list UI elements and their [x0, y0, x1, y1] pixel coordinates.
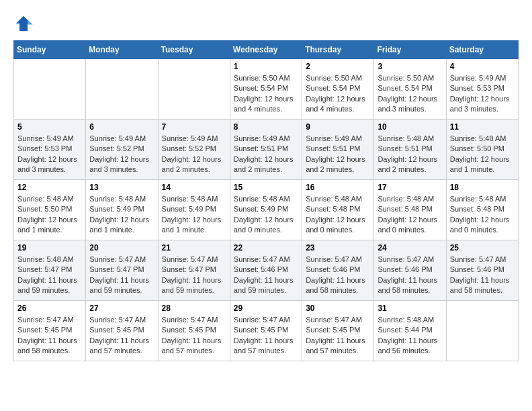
calendar-cell [14, 59, 86, 120]
day-number: 19 [17, 243, 82, 253]
calendar-cell: 16Sunrise: 5:48 AM Sunset: 5:48 PM Dayli… [302, 180, 374, 240]
day-number: 8 [234, 122, 298, 132]
day-info: Sunrise: 5:48 AM Sunset: 5:51 PM Dayligh… [378, 134, 442, 175]
calendar-cell: 1Sunrise: 5:50 AM Sunset: 5:54 PM Daylig… [230, 59, 302, 120]
day-number: 18 [450, 183, 515, 192]
day-info: Sunrise: 5:47 AM Sunset: 5:47 PM Dayligh… [89, 255, 154, 296]
day-info: Sunrise: 5:47 AM Sunset: 5:46 PM Dayligh… [378, 255, 442, 296]
day-info: Sunrise: 5:50 AM Sunset: 5:54 PM Dayligh… [306, 73, 370, 115]
day-number: 22 [234, 243, 298, 253]
day-info: Sunrise: 5:48 AM Sunset: 5:49 PM Dayligh… [89, 194, 154, 236]
calendar-cell: 11Sunrise: 5:48 AM Sunset: 5:50 PM Dayli… [446, 120, 518, 180]
day-number: 23 [306, 243, 370, 253]
day-info: Sunrise: 5:48 AM Sunset: 5:50 PM Dayligh… [450, 134, 515, 175]
day-info: Sunrise: 5:49 AM Sunset: 5:52 PM Dayligh… [89, 134, 154, 175]
day-info: Sunrise: 5:49 AM Sunset: 5:51 PM Dayligh… [306, 134, 370, 175]
header-saturday: Saturday [446, 41, 518, 59]
week-row-1: 1Sunrise: 5:50 AM Sunset: 5:54 PM Daylig… [14, 59, 519, 120]
calendar-cell: 25Sunrise: 5:47 AM Sunset: 5:46 PM Dayli… [446, 240, 518, 301]
day-info: Sunrise: 5:48 AM Sunset: 5:47 PM Dayligh… [17, 255, 82, 296]
day-number: 16 [306, 183, 370, 192]
header-thursday: Thursday [302, 41, 374, 59]
day-info: Sunrise: 5:49 AM Sunset: 5:53 PM Dayligh… [17, 134, 82, 175]
week-row-2: 5Sunrise: 5:49 AM Sunset: 5:53 PM Daylig… [14, 120, 519, 180]
day-number: 21 [162, 243, 226, 253]
day-info: Sunrise: 5:48 AM Sunset: 5:48 PM Dayligh… [378, 194, 442, 236]
day-number: 11 [450, 122, 515, 132]
header-monday: Monday [86, 41, 158, 59]
calendar-cell [446, 301, 518, 361]
day-info: Sunrise: 5:47 AM Sunset: 5:47 PM Dayligh… [162, 255, 226, 296]
page-header [13, 13, 519, 34]
day-info: Sunrise: 5:49 AM Sunset: 5:51 PM Dayligh… [234, 134, 298, 175]
calendar-cell: 3Sunrise: 5:50 AM Sunset: 5:54 PM Daylig… [374, 59, 446, 120]
day-info: Sunrise: 5:47 AM Sunset: 5:45 PM Dayligh… [162, 315, 226, 357]
day-number: 13 [89, 183, 154, 192]
calendar-cell: 4Sunrise: 5:49 AM Sunset: 5:53 PM Daylig… [446, 59, 518, 120]
day-number: 5 [17, 122, 82, 132]
day-info: Sunrise: 5:48 AM Sunset: 5:48 PM Dayligh… [450, 194, 515, 236]
day-number: 10 [378, 122, 442, 132]
calendar-cell: 8Sunrise: 5:49 AM Sunset: 5:51 PM Daylig… [230, 120, 302, 180]
day-number: 3 [378, 62, 442, 71]
calendar-cell: 9Sunrise: 5:49 AM Sunset: 5:51 PM Daylig… [302, 120, 374, 180]
calendar-cell: 20Sunrise: 5:47 AM Sunset: 5:47 PM Dayli… [86, 240, 158, 301]
calendar-cell: 17Sunrise: 5:48 AM Sunset: 5:48 PM Dayli… [374, 180, 446, 240]
day-number: 24 [378, 243, 442, 253]
calendar-cell: 12Sunrise: 5:48 AM Sunset: 5:50 PM Dayli… [14, 180, 86, 240]
calendar-cell: 26Sunrise: 5:47 AM Sunset: 5:45 PM Dayli… [14, 301, 86, 361]
day-info: Sunrise: 5:47 AM Sunset: 5:46 PM Dayligh… [234, 255, 298, 296]
calendar-cell [158, 59, 230, 120]
day-info: Sunrise: 5:47 AM Sunset: 5:45 PM Dayligh… [306, 315, 370, 357]
calendar-cell: 15Sunrise: 5:48 AM Sunset: 5:49 PM Dayli… [230, 180, 302, 240]
calendar-cell: 30Sunrise: 5:47 AM Sunset: 5:45 PM Dayli… [302, 301, 374, 361]
day-number: 20 [89, 243, 154, 253]
day-info: Sunrise: 5:48 AM Sunset: 5:50 PM Dayligh… [17, 194, 82, 236]
day-number: 12 [17, 183, 82, 192]
calendar-cell: 29Sunrise: 5:47 AM Sunset: 5:45 PM Dayli… [230, 301, 302, 361]
day-info: Sunrise: 5:48 AM Sunset: 5:48 PM Dayligh… [306, 194, 370, 236]
header-tuesday: Tuesday [158, 41, 230, 59]
calendar-header: SundayMondayTuesdayWednesdayThursdayFrid… [14, 41, 519, 59]
calendar-cell: 21Sunrise: 5:47 AM Sunset: 5:47 PM Dayli… [158, 240, 230, 301]
day-info: Sunrise: 5:49 AM Sunset: 5:52 PM Dayligh… [162, 134, 226, 175]
day-number: 6 [89, 122, 154, 132]
day-info: Sunrise: 5:50 AM Sunset: 5:54 PM Dayligh… [378, 73, 442, 115]
calendar-body: 1Sunrise: 5:50 AM Sunset: 5:54 PM Daylig… [14, 59, 519, 361]
day-info: Sunrise: 5:48 AM Sunset: 5:49 PM Dayligh… [234, 194, 298, 236]
svg-marker-2 [28, 19, 33, 25]
calendar-cell: 6Sunrise: 5:49 AM Sunset: 5:52 PM Daylig… [86, 120, 158, 180]
calendar-cell: 18Sunrise: 5:48 AM Sunset: 5:48 PM Dayli… [446, 180, 518, 240]
week-row-5: 26Sunrise: 5:47 AM Sunset: 5:45 PM Dayli… [14, 301, 519, 361]
day-number: 30 [306, 304, 370, 313]
calendar-cell: 31Sunrise: 5:48 AM Sunset: 5:44 PM Dayli… [374, 301, 446, 361]
calendar-cell [86, 59, 158, 120]
day-info: Sunrise: 5:47 AM Sunset: 5:45 PM Dayligh… [234, 315, 298, 357]
calendar-cell: 19Sunrise: 5:48 AM Sunset: 5:47 PM Dayli… [14, 240, 86, 301]
day-number: 29 [234, 304, 298, 313]
day-number: 14 [162, 183, 226, 192]
day-number: 4 [450, 62, 515, 71]
day-info: Sunrise: 5:48 AM Sunset: 5:44 PM Dayligh… [378, 315, 442, 357]
header-wednesday: Wednesday [230, 41, 302, 59]
calendar-cell: 24Sunrise: 5:47 AM Sunset: 5:46 PM Dayli… [374, 240, 446, 301]
calendar-cell: 2Sunrise: 5:50 AM Sunset: 5:54 PM Daylig… [302, 59, 374, 120]
week-row-4: 19Sunrise: 5:48 AM Sunset: 5:47 PM Dayli… [14, 240, 519, 301]
calendar-cell: 7Sunrise: 5:49 AM Sunset: 5:52 PM Daylig… [158, 120, 230, 180]
day-info: Sunrise: 5:47 AM Sunset: 5:46 PM Dayligh… [450, 255, 515, 296]
calendar-cell: 27Sunrise: 5:47 AM Sunset: 5:45 PM Dayli… [86, 301, 158, 361]
day-info: Sunrise: 5:47 AM Sunset: 5:45 PM Dayligh… [89, 315, 154, 357]
day-number: 27 [89, 304, 154, 313]
day-number: 26 [17, 304, 82, 313]
day-info: Sunrise: 5:48 AM Sunset: 5:49 PM Dayligh… [162, 194, 226, 236]
day-number: 15 [234, 183, 298, 192]
day-number: 1 [234, 62, 298, 71]
day-number: 17 [378, 183, 442, 192]
week-row-3: 12Sunrise: 5:48 AM Sunset: 5:50 PM Dayli… [14, 180, 519, 240]
day-number: 2 [306, 62, 370, 71]
calendar-cell: 22Sunrise: 5:47 AM Sunset: 5:46 PM Dayli… [230, 240, 302, 301]
header-row: SundayMondayTuesdayWednesdayThursdayFrid… [14, 41, 519, 59]
day-info: Sunrise: 5:49 AM Sunset: 5:53 PM Dayligh… [450, 73, 515, 115]
calendar-cell: 5Sunrise: 5:49 AM Sunset: 5:53 PM Daylig… [14, 120, 86, 180]
logo-icon [13, 13, 34, 34]
